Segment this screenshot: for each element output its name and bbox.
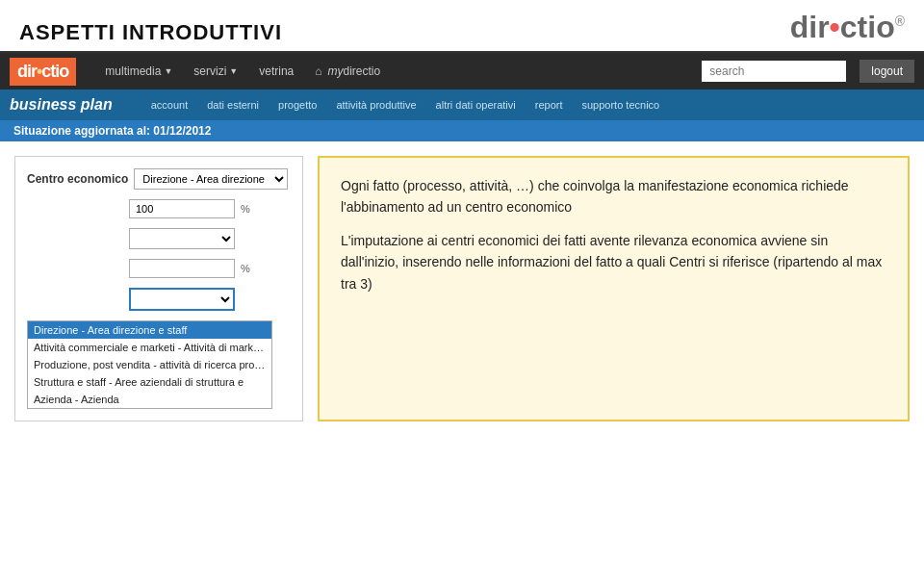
subnav-report[interactable]: report (526, 94, 573, 115)
header-logo: dir•ctio® (790, 10, 905, 45)
status-text: Situazione aggiornata al: 01/12/2012 (13, 124, 211, 138)
subnav-title: business plan (10, 96, 113, 114)
subnav-altri-dati[interactable]: altri dati operativi (426, 94, 526, 115)
navbar-logo: dir•ctio (10, 58, 76, 86)
select-2[interactable] (129, 228, 235, 249)
percentage-input-2[interactable] (129, 259, 235, 278)
nav-mydirectio[interactable]: ⌂ mydirectio (305, 59, 390, 84)
info-text-2: L'imputazione ai centri economici dei fa… (341, 230, 886, 294)
centro-economico-label: Centro economico (27, 172, 128, 186)
status-bar: Situazione aggiornata al: 01/12/2012 (0, 120, 924, 141)
dropdown-item-4[interactable]: Azienda - Azienda (28, 391, 271, 408)
page-header: ASPETTI INTRODUTTIVI dir•ctio® (0, 0, 924, 53)
percentage-input-1[interactable] (129, 199, 235, 218)
navbar: dir•ctio multimedia ▼ servizi ▼ vetrina … (0, 53, 924, 89)
subnav-progetto[interactable]: progetto (269, 94, 326, 115)
subnav-dati-esterni[interactable]: dati esterni (197, 94, 269, 115)
content-area: Centro economico Direzione - Area direzi… (0, 141, 924, 436)
dropdown-item-2[interactable]: Produzione, post vendita - attività di r… (28, 356, 271, 373)
percentage-row-1: % (27, 199, 291, 218)
nav-links: multimedia ▼ servizi ▼ vetrina ⌂ mydirec… (95, 59, 914, 84)
centro-economico-select[interactable]: Direzione - Area direzione e s (134, 168, 288, 190)
navbar-logo-text: dir•ctio (17, 62, 68, 81)
subnav-supporto[interactable]: supporto tecnico (572, 94, 669, 115)
subnav: business plan account dati esterni proge… (0, 89, 924, 120)
info-text-1: Ogni fatto (processo, attività, …) che c… (341, 175, 886, 218)
select-3[interactable] (129, 288, 235, 311)
home-icon: ⌂ (315, 64, 321, 78)
dropdown-list: Direzione - Area direzione e staff Attiv… (27, 320, 272, 409)
dropdown-item-1[interactable]: Attività commerciale e marketi - Attivit… (28, 339, 271, 356)
chevron-down-icon: ▼ (164, 66, 172, 76)
select-row-3 (27, 288, 291, 311)
subnav-links: account dati esterni progetto attività p… (141, 94, 670, 115)
chevron-down-icon: ▼ (229, 66, 238, 76)
logout-button[interactable]: logout (860, 60, 914, 83)
subnav-account[interactable]: account (141, 94, 198, 115)
percent-symbol-1: % (241, 203, 250, 215)
nav-servizi[interactable]: servizi ▼ (184, 59, 247, 84)
percentage-row-2: % (27, 259, 291, 278)
search-input[interactable] (702, 61, 846, 82)
subnav-attivita-produttive[interactable]: attività produttive (326, 94, 425, 115)
search-area: logout (392, 60, 914, 83)
centro-economico-row: Centro economico Direzione - Area direzi… (27, 168, 291, 190)
percent-symbol-2: % (241, 263, 250, 274)
dropdown-item-0[interactable]: Direzione - Area direzione e staff (28, 321, 271, 339)
dropdown-item-3[interactable]: Struttura e staff - Aree aziendali di st… (28, 373, 271, 391)
nav-multimedia[interactable]: multimedia ▼ (95, 59, 182, 84)
select-row-2 (27, 228, 291, 249)
page-title: ASPETTI INTRODUTTIVI (19, 20, 282, 45)
nav-vetrina[interactable]: vetrina (249, 59, 303, 84)
info-panel: Ogni fatto (processo, attività, …) che c… (318, 156, 910, 421)
form-panel: Centro economico Direzione - Area direzi… (14, 156, 303, 421)
